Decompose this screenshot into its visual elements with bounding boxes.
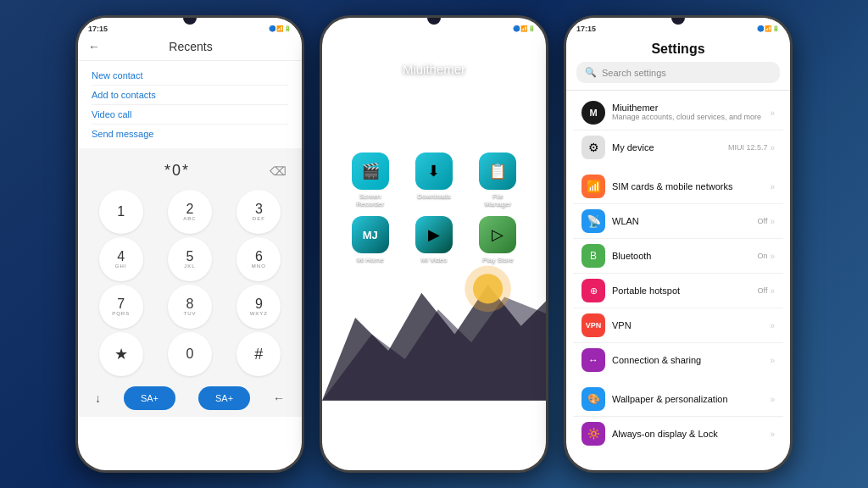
display-icon: 🔆 xyxy=(581,422,605,446)
key-8[interactable]: 8 TUV xyxy=(168,285,212,329)
settings-vpn[interactable]: VPN VPN » xyxy=(573,308,783,343)
status-bar-1: 17:15 🔵📶🔋 xyxy=(78,18,302,36)
back-button[interactable]: ← xyxy=(88,40,100,53)
key-hash[interactable]: # xyxy=(236,332,281,376)
bt-title: Bluetooth xyxy=(612,251,757,261)
settings-search-bar[interactable]: 🔍 Search settings xyxy=(576,62,780,83)
bt-content: Bluetooth xyxy=(612,251,757,261)
connection-icon: ↔ xyxy=(581,348,605,372)
miuithemer-title: Miuithemer xyxy=(612,103,770,113)
status-bar-2: 17:15 🔵📶🔋 xyxy=(322,18,546,36)
key-1[interactable]: 1 xyxy=(99,190,143,234)
settings-bluetooth[interactable]: B Bluetooth On » xyxy=(573,239,783,274)
settings-mydevice[interactable]: ⚙ My device MIUI 12.5.7 » xyxy=(573,130,783,164)
settings-header: Settings 🔍 Search settings xyxy=(566,36,790,91)
key-2[interactable]: 2 ABC xyxy=(168,190,212,234)
hotspot-icon: ⊕ xyxy=(581,279,605,302)
down-arrow-icon[interactable]: ↓ xyxy=(95,391,101,405)
svg-marker-1 xyxy=(322,297,546,401)
settings-top-section: M Miuithemer Manage accounts, cloud serv… xyxy=(573,96,783,164)
display-content: Always-on display & Lock xyxy=(612,429,770,439)
wlan-content: WLAN xyxy=(612,216,758,226)
settings-connection[interactable]: ↔ Connection & sharing » xyxy=(573,343,783,377)
key-4[interactable]: 4 GHI xyxy=(99,237,143,281)
playstore-label: Play Store xyxy=(482,256,514,263)
key-6[interactable]: 6 MNO xyxy=(236,237,281,281)
wallpaper-content: Wallpaper & personalization xyxy=(612,394,770,404)
key-3[interactable]: 3 DEF xyxy=(236,190,281,234)
settings-miuithemer[interactable]: M Miuithemer Manage accounts, cloud serv… xyxy=(573,96,783,130)
new-contact-btn[interactable]: New contact xyxy=(92,66,288,86)
downloads-icon: ⬇ xyxy=(415,152,453,190)
status-icons-1: 🔵📶🔋 xyxy=(269,25,292,32)
status-time-3: 17:15 xyxy=(576,25,596,33)
app-mihome[interactable]: MJ Mi Home xyxy=(342,216,398,263)
wlan-right: Off » xyxy=(758,217,775,226)
dialer-actions: New contact Add to contacts Video call S… xyxy=(78,61,302,148)
key-7[interactable]: 7 PQRS xyxy=(99,285,143,329)
sim-content: SIM cards & mobile networks xyxy=(612,181,770,191)
display-title: Always-on display & Lock xyxy=(612,429,770,439)
sim-right: » xyxy=(770,182,775,191)
notch-2 xyxy=(427,18,441,25)
miuithemer-content: Miuithemer Manage accounts, cloud servic… xyxy=(612,103,770,123)
search-placeholder: Search settings xyxy=(602,68,666,78)
dialer-bottom: ↓ SA+ SA+ ← xyxy=(78,380,302,417)
search-icon: 🔍 xyxy=(585,67,597,78)
phone-2-frame: 17:15 🔵📶🔋 Miuithemer 🎬 xyxy=(320,15,548,473)
add-contacts-btn[interactable]: Add to contacts xyxy=(92,86,288,105)
dialer-display: *0* ⌫ xyxy=(78,148,302,186)
send-message-btn[interactable]: Send message xyxy=(92,125,288,143)
phone-1: 17:15 🔵📶🔋 ← Recents New contact Add to c… xyxy=(75,15,304,473)
settings-wlan[interactable]: 📡 WLAN Off » xyxy=(573,204,783,239)
app-grid: 🎬 ScreenRecorder ⬇ Downloads 📋 FileManag… xyxy=(322,144,546,272)
connection-title: Connection & sharing xyxy=(612,355,770,365)
files-label: FileManager xyxy=(485,192,512,208)
mihome-icon: MJ xyxy=(352,216,389,253)
device-right: MIUI 12.5.7 » xyxy=(728,143,775,152)
app-mivideo[interactable]: ▶ Mi Video xyxy=(406,216,461,263)
settings-bottom-section: 🎨 Wallpaper & personalization » 🔆 Always… xyxy=(573,382,783,451)
phone-1-frame: 17:15 🔵📶🔋 ← Recents New contact Add to c… xyxy=(75,15,304,473)
dialer-input: *0* xyxy=(92,162,263,180)
back-nav-icon[interactable]: ← xyxy=(273,391,285,405)
sim-title: SIM cards & mobile networks xyxy=(612,181,770,191)
backspace-icon[interactable]: ⌫ xyxy=(270,164,288,178)
svg-marker-0 xyxy=(322,285,546,401)
sa-btn-2[interactable]: SA+ xyxy=(198,386,250,410)
wlan-title: WLAN xyxy=(612,216,758,226)
miuithemer-right: » xyxy=(770,108,775,118)
status-bar-3: 17:15 🔵📶🔋 xyxy=(566,18,790,36)
phone-2-screen: 17:15 🔵📶🔋 Miuithemer 🎬 xyxy=(322,18,546,470)
key-9[interactable]: 9 WXYZ xyxy=(236,285,281,329)
key-5[interactable]: 5 JKL xyxy=(168,237,212,281)
device-icon: ⚙ xyxy=(581,136,605,159)
app-files[interactable]: 📋 FileManager xyxy=(470,152,526,208)
connection-right: » xyxy=(770,356,775,365)
dialer-header: ← Recents xyxy=(78,36,302,61)
app-playstore[interactable]: ▷ Play Store xyxy=(470,216,526,263)
mihome-label: Mi Home xyxy=(357,256,384,263)
key-0[interactable]: 0 xyxy=(168,332,212,376)
settings-display[interactable]: 🔆 Always-on display & Lock » xyxy=(573,417,783,451)
app-screen-recorder[interactable]: 🎬 ScreenRecorder xyxy=(342,152,398,208)
phone-3: 17:15 🔵📶🔋 Settings 🔍 Search settings M xyxy=(564,15,793,473)
display-right: » xyxy=(770,430,775,439)
notch-3 xyxy=(671,18,685,25)
svg-point-3 xyxy=(465,265,511,312)
home-greeting: Miuithemer xyxy=(322,36,546,93)
settings-sim[interactable]: 📶 SIM cards & mobile networks » xyxy=(573,169,783,204)
settings-hotspot[interactable]: ⊕ Portable hotspot Off » xyxy=(573,274,783,308)
video-call-btn[interactable]: Video call xyxy=(92,105,288,125)
sa-btn-1[interactable]: SA+ xyxy=(124,386,175,410)
status-time-1: 17:15 xyxy=(88,25,108,33)
wlan-icon: 📡 xyxy=(581,209,605,233)
key-star[interactable]: ★ xyxy=(99,332,143,376)
settings-wallpaper[interactable]: 🎨 Wallpaper & personalization » xyxy=(573,382,783,417)
app-downloads[interactable]: ⬇ Downloads xyxy=(406,152,461,208)
wallpaper-icon: 🎨 xyxy=(581,387,605,411)
sim-icon: 📶 xyxy=(581,175,605,198)
miuithemer-icon: M xyxy=(581,101,605,125)
hotspot-content: Portable hotspot xyxy=(612,286,758,296)
status-icons-3: 🔵📶🔋 xyxy=(757,25,780,32)
